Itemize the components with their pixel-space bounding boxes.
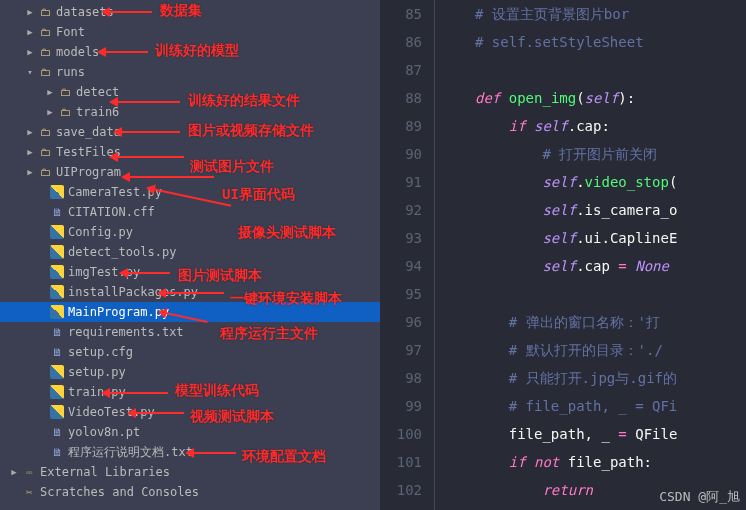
python-file-icon: [49, 224, 65, 240]
python-file-icon: [49, 184, 65, 200]
code-line[interactable]: # self.setStyleSheet: [475, 28, 746, 56]
code-line[interactable]: [475, 280, 746, 308]
chevron-right-icon[interactable]: ▶: [44, 87, 56, 97]
python-file-icon: [49, 404, 65, 420]
annotation-models: 训练好的模型: [155, 42, 239, 60]
chevron-right-icon[interactable]: ▶: [24, 27, 36, 37]
scratches-icon: ✂: [21, 484, 37, 500]
line-number: 92: [380, 196, 422, 224]
line-number: 97: [380, 336, 422, 364]
code-line[interactable]: if not file_path:: [475, 448, 746, 476]
text-file-icon: 🗎: [49, 344, 65, 360]
text-file-icon: 🗎: [49, 204, 65, 220]
line-number: 85: [380, 0, 422, 28]
line-number: 90: [380, 140, 422, 168]
annotation-videotest: 视频测试脚本: [190, 408, 274, 426]
text-file-icon: 🗎: [49, 324, 65, 340]
code-line[interactable]: def open_img(self):: [475, 84, 746, 112]
code-line[interactable]: if self.cap:: [475, 112, 746, 140]
code-line[interactable]: self.cap = None: [475, 252, 746, 280]
text-file-icon: 🗎: [49, 444, 65, 460]
annotation-cameratest: 摄像头测试脚本: [238, 224, 336, 242]
annotation-imgtest: 图片测试脚本: [178, 267, 262, 285]
editor-gutter: 858687888990919293949596979899100101102: [380, 0, 435, 510]
watermark: CSDN @阿_旭: [659, 488, 740, 506]
python-file-icon: [49, 304, 65, 320]
code-line[interactable]: # 弹出的窗口名称：'打: [475, 308, 746, 336]
code-line[interactable]: file_path, _ = QFile: [475, 420, 746, 448]
chevron-right-icon[interactable]: ▶: [24, 7, 36, 17]
chevron-right-icon[interactable]: ▶: [44, 107, 56, 117]
annotation-datasets: 数据集: [160, 2, 202, 20]
line-number: 95: [380, 280, 422, 308]
annotation-savedata: 图片或视频存储文件: [188, 122, 314, 140]
tree-item-scratches[interactable]: ▶✂Scratches and Consoles: [0, 482, 380, 502]
chevron-right-icon[interactable]: ▶: [24, 47, 36, 57]
tree-item-setup-cfg[interactable]: ▶🗎setup.cfg: [0, 342, 380, 362]
annotation-installpackages: 一键环境安装脚本: [230, 290, 342, 308]
python-file-icon: [49, 384, 65, 400]
chevron-down-icon[interactable]: ▾: [24, 67, 36, 77]
editor-code-area[interactable]: # 设置主页背景图片bor# self.setStyleSheetdef ope…: [435, 0, 746, 510]
chevron-right-icon[interactable]: ▶: [8, 467, 20, 477]
model-file-icon: 🗎: [49, 424, 65, 440]
line-number: 89: [380, 112, 422, 140]
line-number: 88: [380, 84, 422, 112]
line-number: 99: [380, 392, 422, 420]
folder-icon: 🗀: [37, 144, 53, 160]
code-line[interactable]: # 只能打开.jpg与.gif的: [475, 364, 746, 392]
line-number: 86: [380, 28, 422, 56]
chevron-right-icon[interactable]: ▶: [24, 127, 36, 137]
tree-item-setup-py[interactable]: ▶setup.py: [0, 362, 380, 382]
code-line[interactable]: # 打开图片前关闭: [475, 140, 746, 168]
python-file-icon: [49, 284, 65, 300]
line-number: 94: [380, 252, 422, 280]
code-editor[interactable]: 858687888990919293949596979899100101102 …: [380, 0, 746, 510]
line-number: 96: [380, 308, 422, 336]
line-number: 91: [380, 168, 422, 196]
python-file-icon: [49, 244, 65, 260]
line-number: 93: [380, 224, 422, 252]
library-icon: ⎓: [21, 464, 37, 480]
code-line[interactable]: [475, 56, 746, 84]
line-number: 98: [380, 364, 422, 392]
annotation-testfiles: 测试图片文件: [190, 158, 274, 176]
line-number: 102: [380, 476, 422, 504]
python-file-icon: [49, 364, 65, 380]
code-line[interactable]: self.is_camera_o: [475, 196, 746, 224]
code-line[interactable]: self.ui.CaplineE: [475, 224, 746, 252]
tree-item-cameratest[interactable]: ▶CameraTest.py: [0, 182, 380, 202]
folder-icon: 🗀: [37, 164, 53, 180]
line-number: 101: [380, 448, 422, 476]
folder-icon: 🗀: [57, 84, 73, 100]
tree-item-requirements[interactable]: ▶🗎requirements.txt: [0, 322, 380, 342]
annotation-runs: 训练好的结果文件: [188, 92, 300, 110]
folder-icon: 🗀: [37, 64, 53, 80]
tree-item-citation[interactable]: ▶🗎CITATION.cff: [0, 202, 380, 222]
tree-item-font[interactable]: ▶🗀Font: [0, 22, 380, 42]
code-line[interactable]: # 默认打开的目录：'./: [475, 336, 746, 364]
tree-item-detect-tools[interactable]: ▶detect_tools.py: [0, 242, 380, 262]
chevron-right-icon[interactable]: ▶: [24, 147, 36, 157]
code-line[interactable]: self.video_stop(: [475, 168, 746, 196]
chevron-right-icon[interactable]: ▶: [24, 167, 36, 177]
python-file-icon: [49, 264, 65, 280]
annotation-train: 模型训练代码: [175, 382, 259, 400]
folder-icon: 🗀: [37, 4, 53, 20]
code-line[interactable]: # file_path, _ = QFi: [475, 392, 746, 420]
folder-icon: 🗀: [57, 104, 73, 120]
code-line[interactable]: # 设置主页背景图片bor: [475, 0, 746, 28]
folder-icon: 🗀: [37, 124, 53, 140]
annotation-mainprogram: 程序运行主文件: [220, 325, 318, 343]
folder-icon: 🗀: [37, 44, 53, 60]
tree-item-runs[interactable]: ▾🗀runs: [0, 62, 380, 82]
folder-icon: 🗀: [37, 24, 53, 40]
annotation-uiprogram: UI界面代码: [222, 186, 295, 204]
annotation-readme: 环境配置文档: [242, 448, 326, 466]
project-tree-sidebar: ▶🗀datasets ▶🗀Font ▶🗀models ▾🗀runs ▶🗀dete…: [0, 0, 380, 510]
line-number: 100: [380, 420, 422, 448]
line-number: 87: [380, 56, 422, 84]
